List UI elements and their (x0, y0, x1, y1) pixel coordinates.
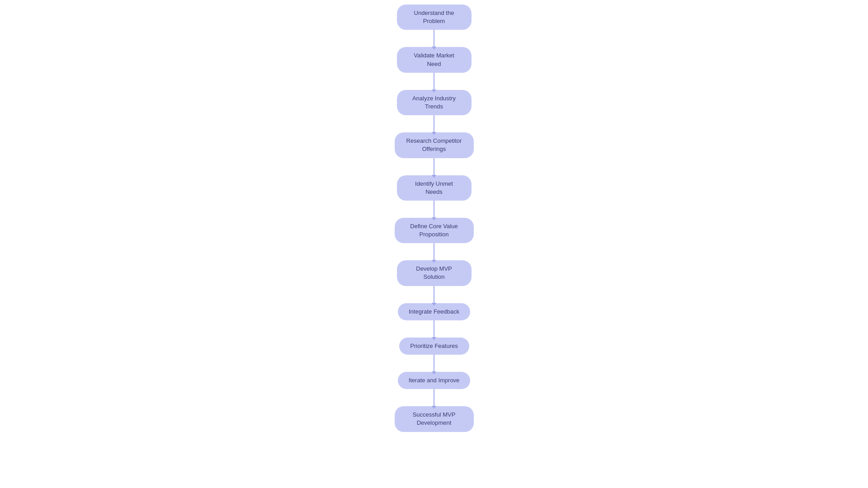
flow-node-define[interactable]: Define Core Value Proposition (395, 218, 474, 243)
connector-define (434, 243, 434, 260)
flow-node-understand[interactable]: Understand the Problem (397, 5, 472, 30)
flow-node-research[interactable]: Research Competitor Offerings (395, 132, 474, 158)
connector-research (434, 158, 434, 175)
flow-diagram: Understand the ProblemValidate Market Ne… (0, 0, 868, 446)
connector-develop (434, 286, 434, 303)
connector-integrate (434, 320, 434, 338)
connector-iterate (434, 389, 434, 406)
connector-analyze (434, 115, 434, 132)
flow-node-identify[interactable]: Identify Unmet Needs (397, 175, 472, 201)
flow-node-analyze[interactable]: Analyze Industry Trends (397, 90, 472, 115)
connector-understand (434, 30, 434, 47)
flow-node-develop[interactable]: Develop MVP Solution (397, 260, 472, 286)
connector-identify (434, 201, 434, 218)
flow-node-validate[interactable]: Validate Market Need (397, 47, 472, 72)
flow-node-successful[interactable]: Successful MVP Development (395, 406, 474, 432)
connector-validate (434, 73, 434, 90)
connector-prioritize (434, 355, 434, 372)
